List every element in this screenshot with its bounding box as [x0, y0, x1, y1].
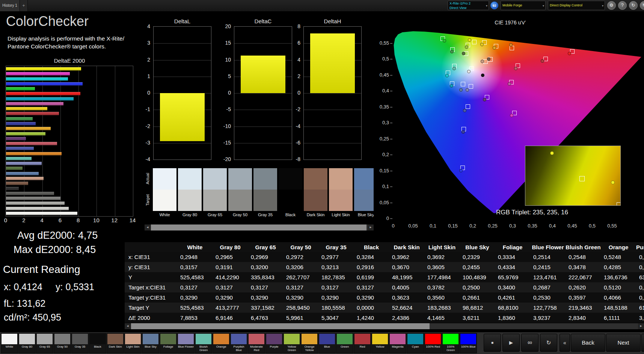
scroll-right-button[interactable]: ► — [638, 323, 644, 329]
patch-gray-35[interactable]: Gray 35 — [71, 333, 89, 353]
patch-purple[interactable]: Purple — [265, 333, 283, 353]
patch-100-red[interactable]: 100% Red — [424, 333, 442, 353]
column-header: Gray 65 — [248, 242, 283, 252]
deltae-bar — [6, 157, 32, 160]
scroll-left-button[interactable]: ◄ — [125, 323, 131, 329]
patch-label: Magenta — [389, 345, 406, 348]
axis-tick-label: 2 — [19, 217, 28, 223]
table-cell: 0,1548 — [636, 262, 644, 272]
table-cell: 136,6736 — [601, 272, 636, 282]
patch-blue-flower[interactable]: Blue Flower — [177, 333, 195, 353]
column-header: Black — [354, 242, 389, 252]
table-cell: 0,3962 — [389, 252, 424, 262]
table-cell: 0,2329 — [460, 252, 495, 262]
patch-yellow[interactable]: Yellow — [371, 333, 389, 353]
patch-orange-yellow[interactable]: Orange Yellow — [301, 333, 318, 353]
first-page-button[interactable]: « — [560, 334, 570, 352]
scroll-left-button[interactable]: ◄ — [145, 224, 151, 230]
scroll-right-button[interactable]: ► — [368, 224, 374, 230]
meter-dropdown[interactable]: X-Rite i1Pro 2 Direct View ▾ — [448, 1, 489, 10]
swatch-light-skin — [329, 168, 353, 211]
table-cell: 0,3290 — [248, 292, 283, 303]
axis-tick-label: 4 — [139, 23, 150, 29]
loop-button[interactable]: ∞ — [521, 334, 538, 352]
next-button[interactable]: Next — [606, 334, 641, 352]
patch-dark-skin[interactable]: Dark Skin — [107, 333, 124, 353]
reset-button[interactable]: ↻ — [540, 334, 557, 352]
table-cell: 0,3127 — [283, 282, 318, 292]
table-cell: 414,2290 — [213, 272, 248, 282]
actual-row-label: Actual — [145, 169, 151, 188]
scrollbar-thumb[interactable] — [131, 323, 430, 329]
patch-moderate-red[interactable]: Moderate Red — [248, 333, 265, 353]
patch-purplish-blue[interactable]: Purplish Blue — [230, 333, 247, 353]
patch-100-green[interactable]: 100% Green — [442, 333, 459, 353]
patch-label: Foliage — [160, 345, 176, 348]
meter-mode: Direct View — [448, 6, 489, 10]
cie-y-tick — [390, 43, 392, 44]
swatch-actual-color — [354, 168, 374, 190]
patch-foliage[interactable]: Foliage — [160, 333, 177, 353]
patch-bluish-green[interactable]: Bluish Green — [195, 333, 212, 353]
patch-red[interactable]: Red — [354, 333, 371, 353]
new-tab-button[interactable]: + — [20, 0, 28, 11]
patch-yellow-green[interactable]: Yellow Green — [283, 333, 300, 353]
deltae-bar — [6, 162, 42, 165]
patch-light-skin[interactable]: Light Skin — [124, 333, 142, 353]
cie-x-tick-label: 0,15 — [445, 223, 460, 229]
table-cell: 122,7758 — [530, 303, 566, 313]
meter-status-badge[interactable]: 92 — [490, 2, 498, 9]
patch-white[interactable]: White — [1, 333, 18, 353]
table-cell: 413,2777 — [213, 303, 248, 313]
pattern-window-button[interactable]: ■ — [484, 334, 501, 352]
table-cell: 0,2530 — [530, 292, 566, 303]
swatch-label: Black — [279, 212, 302, 217]
patch-gray-65[interactable]: Gray 65 — [36, 333, 53, 353]
patch-color-chip — [249, 334, 264, 344]
pattern-source-dropdown[interactable]: Mobile Forge ▾ — [501, 1, 546, 10]
patch-cyan[interactable]: Cyan — [407, 333, 424, 353]
back-button[interactable]: Back — [571, 334, 605, 352]
patch-blue-sky[interactable]: Blue Sky — [142, 333, 159, 353]
last-page-button[interactable]: » — [641, 334, 644, 352]
avg-de2000-value: Avg dE2000: 4,75 — [17, 230, 98, 241]
axis-tick-label: 14 — [128, 217, 137, 223]
patch-color-chip — [178, 334, 194, 344]
rgb-triplet-readout: RGB Triplet: 235, 235, 16 — [481, 209, 583, 216]
tab-history-1[interactable]: History 1 — [0, 0, 20, 11]
cie-measurement-dot — [487, 57, 490, 61]
patch-magenta[interactable]: Magenta — [389, 333, 406, 353]
display-control-dropdown[interactable]: Direct Display Control ▾ — [548, 1, 605, 10]
refresh-button[interactable]: ↻ — [629, 1, 638, 10]
table-cell: 0,3213 — [318, 262, 354, 272]
table-cell: 0,3334 — [495, 252, 530, 262]
patch-black[interactable]: Black — [89, 333, 106, 353]
column-header: Dark Skin — [389, 242, 424, 252]
read-continuous-button[interactable]: ▶ — [502, 334, 520, 352]
deltae-bar — [6, 82, 83, 86]
table-row: Target x:CIE310,31270,31270,31270,31270,… — [125, 282, 644, 292]
axis-tick-label: 6 — [289, 40, 300, 46]
patch-label: 100% Green — [442, 345, 459, 352]
table-cell: 2,8340 — [566, 313, 601, 323]
refresh-icon: ↻ — [631, 3, 635, 8]
patch-blue[interactable]: Blue — [318, 333, 336, 353]
settings-button[interactable]: ⚙ — [607, 1, 616, 10]
patch-gray-80[interactable]: Gray 80 — [18, 333, 36, 353]
swatch-gray-80 — [178, 168, 202, 211]
scrollbar-thumb[interactable] — [151, 224, 366, 230]
table-cell: 0,2415 — [530, 262, 566, 272]
table-cell: 0,3127 — [213, 282, 248, 292]
patch-orange[interactable]: Orange — [213, 333, 230, 353]
help-button[interactable]: ? — [618, 1, 627, 10]
swatch-actual-color — [253, 168, 277, 190]
table-cell: 0,3597 — [566, 292, 601, 303]
patch-green[interactable]: Green — [336, 333, 353, 353]
edge-button[interactable]: ↻ — [640, 1, 644, 10]
table-cell: 0,1923 — [636, 252, 644, 262]
patch-gray-50[interactable]: Gray 50 — [54, 333, 71, 353]
swatch-scrollbar[interactable]: ◄ ► — [145, 224, 374, 230]
table-scrollbar[interactable]: ◄ ► — [125, 323, 644, 329]
patch-100-blue[interactable]: 100% Blue — [460, 333, 477, 353]
patch-label: Bluish Green — [195, 345, 212, 352]
